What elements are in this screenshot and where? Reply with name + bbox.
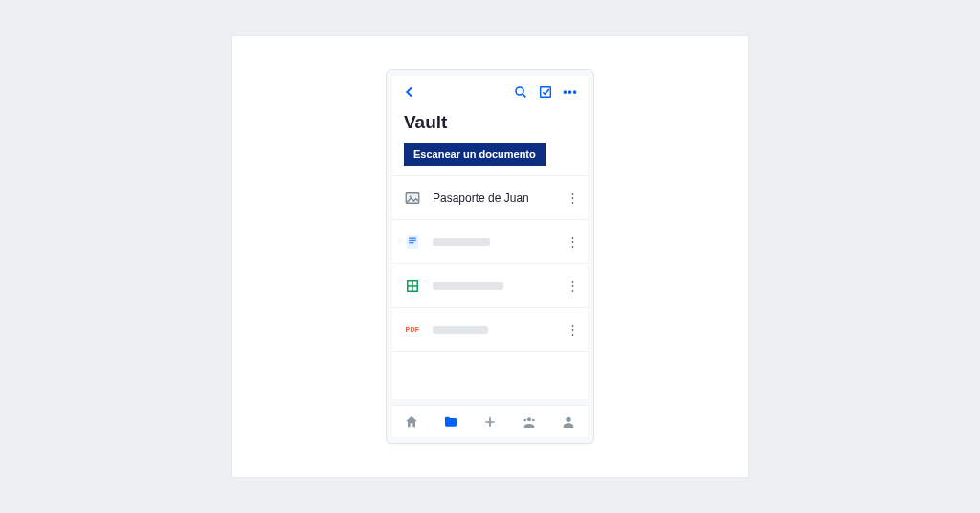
tab-photos[interactable]: [519, 412, 540, 433]
doc-icon: [404, 234, 421, 251]
screenshot-card: ••• Vault Escanear un documento Pasaport…: [232, 36, 748, 477]
back-button[interactable]: [400, 82, 419, 101]
file-name-placeholder: [433, 282, 553, 290]
tab-account[interactable]: [558, 412, 579, 433]
search-button[interactable]: [511, 82, 530, 101]
file-name-placeholder: [433, 326, 553, 334]
plus-icon: [482, 414, 498, 430]
phone-frame: ••• Vault Escanear un documento Pasaport…: [386, 69, 594, 444]
chevron-left-icon: [402, 84, 417, 100]
bottom-tab-bar: [392, 405, 588, 437]
ellipsis-icon: •••: [563, 86, 578, 98]
svg-point-17: [523, 418, 526, 421]
row-menu-button[interactable]: ⋮: [565, 321, 580, 340]
folder-icon: [443, 414, 458, 430]
checkbox-icon: [538, 84, 553, 100]
row-menu-button[interactable]: ⋮: [565, 233, 580, 252]
select-button[interactable]: [536, 82, 555, 101]
svg-rect-7: [409, 239, 416, 240]
image-icon: [404, 190, 421, 207]
search-icon: [513, 84, 528, 100]
svg-point-19: [566, 416, 570, 421]
tab-add[interactable]: [479, 412, 501, 433]
scan-document-button[interactable]: Escanear un documento: [404, 143, 546, 166]
pdf-icon: PDF: [404, 322, 421, 339]
svg-rect-11: [413, 281, 417, 285]
row-menu-button[interactable]: ⋮: [565, 189, 580, 208]
svg-point-16: [527, 417, 531, 421]
photos-icon: [522, 414, 537, 430]
file-name-placeholder: [433, 238, 553, 246]
more-button[interactable]: •••: [561, 82, 580, 101]
sheet-icon: [404, 278, 421, 295]
tab-files[interactable]: [440, 412, 461, 433]
file-name: Pasaporte de Juan: [433, 191, 553, 205]
svg-point-18: [532, 418, 535, 421]
svg-line-1: [523, 94, 525, 97]
svg-rect-2: [541, 87, 551, 98]
svg-rect-13: [413, 286, 417, 290]
svg-rect-12: [409, 286, 412, 290]
file-row[interactable]: ⋮: [392, 264, 588, 308]
top-bar: •••: [392, 76, 588, 108]
file-row[interactable]: ⋮: [392, 220, 588, 264]
tab-home[interactable]: [401, 412, 422, 433]
app-screen: ••• Vault Escanear un documento Pasaport…: [392, 76, 588, 399]
svg-rect-8: [409, 242, 413, 243]
file-row[interactable]: PDF ⋮: [392, 308, 588, 352]
person-icon: [561, 414, 576, 430]
page-title: Vault: [392, 108, 588, 143]
home-icon: [404, 414, 419, 430]
svg-point-0: [516, 87, 523, 95]
row-menu-button[interactable]: ⋮: [565, 277, 580, 296]
file-row[interactable]: Pasaporte de Juan ⋮: [392, 176, 588, 220]
svg-rect-6: [409, 237, 416, 238]
file-list: Pasaporte de Juan ⋮ ⋮: [392, 175, 588, 352]
svg-rect-10: [409, 281, 412, 285]
